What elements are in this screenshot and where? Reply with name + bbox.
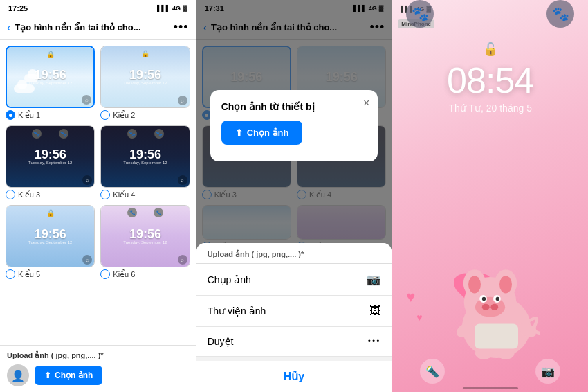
lock-icon-big: 🔓: [483, 42, 498, 57]
wallpaper-item-5[interactable]: 🔒 19:56 Tuesday, September 12 ⌕ Kiểu 5: [6, 205, 95, 279]
lock-screen-content: 🔓 08:54 Thứ Tư, 20 tháng 5 ♥ ♥: [392, 15, 588, 392]
browse-icon: •••: [368, 337, 381, 346]
thumb-date-6: Tuesday, September 12: [123, 240, 167, 244]
thumb-time-5: 19:56: [35, 228, 66, 240]
battery-1: ▓: [183, 5, 187, 12]
svg-point-12: [495, 297, 499, 301]
upload-label-1: Upload ảnh ( jpg, png,.... )*: [7, 351, 189, 360]
radio-circle-3[interactable]: [6, 190, 15, 199]
modal-box: Chọn ảnh từ thiết bị × ⬆ Chọn ảnh: [210, 90, 378, 161]
wallpaper-grid-section-1: 🔒 19:56 Tuesday, September 12 ⌕ Kiểu 1: [0, 40, 196, 345]
paw-ear-left-4: 🐾: [127, 129, 137, 139]
radio-label-1[interactable]: Kiểu 1: [6, 110, 40, 120]
flashlight-button[interactable]: 🔦: [420, 359, 445, 384]
wallpaper-thumb-5[interactable]: 🔒 19:56 Tuesday, September 12 ⌕: [6, 205, 95, 267]
camera-icon: 📷: [367, 273, 380, 286]
wallpaper-item-6[interactable]: 19:56 Tuesday, September 12 🐾 🐾 ⌕ Kiểu 6: [100, 205, 190, 279]
upload-row-1: 👤 ⬆ Chọn ảnh: [7, 364, 189, 386]
radio-circle-1[interactable]: [6, 110, 15, 120]
radio-label-4[interactable]: Kiểu 4: [100, 190, 135, 199]
thumb-time-2: 19:56: [129, 69, 161, 81]
wallpaper-thumb-6[interactable]: 19:56 Tuesday, September 12 🐾 🐾 ⌕: [100, 205, 190, 267]
wallpaper-thumb-4[interactable]: 19:56 Tuesday, September 12 🐾 🐾 ⌕: [100, 125, 190, 188]
action-item-chup-anh[interactable]: Chụp ảnh 📷: [196, 264, 392, 296]
heart-1: ♥: [406, 288, 422, 306]
cancel-button[interactable]: Hủy: [196, 361, 392, 392]
phone-panel-2: 17:31 ▌▌▌ 4G ▓ ‹ Tạo hình nền ẩn tai thỏ…: [196, 0, 393, 392]
library-icon: 🖼: [369, 305, 380, 317]
thumb-bg-3: 19:56 Tuesday, September 12 🐾 🐾: [6, 126, 94, 187]
svg-point-8: [490, 304, 498, 310]
thumb-bg-6: 19:56 Tuesday, September 12 🐾 🐾: [101, 206, 189, 267]
action-item-thu-vien[interactable]: Thư viện ảnh 🖼: [196, 296, 392, 327]
radio-circle-4[interactable]: [100, 190, 110, 199]
wallpaper-thumb-2[interactable]: 🔒 19:56 Tuesday, September 12 ⌕: [100, 46, 190, 108]
top-bar-1: ‹ Tạo hình nền ẩn tai thỏ cho... •••: [0, 15, 196, 40]
wallpaper-item-2[interactable]: 🔒 19:56 Tuesday, September 12 ⌕ Kiểu 2: [100, 46, 190, 120]
avatar-placeholder-1: 👤: [7, 364, 29, 386]
duyet-label: Duyệt: [208, 336, 234, 347]
kiểu-label-3: Kiểu 3: [18, 190, 40, 199]
upload-section-1: Upload ảnh ( jpg, png,.... )* 👤 ⬆ Chọn ả…: [0, 345, 196, 392]
action-sheet-title: Upload ảnh ( jpg, png,.... )*: [196, 243, 392, 264]
modal-overlay: Chọn ảnh từ thiết bị × ⬆ Chọn ảnh Upload…: [196, 0, 392, 392]
chon-anh-label-1: Chọn ảnh: [55, 371, 93, 380]
hearts-decoration: ♥ ♥: [406, 288, 422, 323]
cloud-2: [24, 74, 38, 82]
kiểu-label-4: Kiểu 4: [113, 190, 135, 199]
thumb-time-1: 19:56: [35, 69, 66, 81]
svg-point-11: [481, 297, 485, 301]
radio-label-2[interactable]: Kiểu 2: [100, 110, 135, 120]
kiểu-label-2: Kiểu 2: [113, 111, 135, 120]
flashlight-icon: 🔦: [425, 365, 439, 378]
lock-time: 08:54: [447, 60, 533, 101]
home-indicator-3: [463, 387, 518, 389]
paw-ears-6: 🐾 🐾: [127, 208, 163, 217]
radio-circle-2[interactable]: [100, 110, 110, 120]
radio-label-6[interactable]: Kiểu 6: [100, 269, 135, 279]
action-sheet: Upload ảnh ( jpg, png,.... )* Chụp ảnh 📷…: [196, 243, 392, 392]
svg-point-7: [481, 304, 489, 310]
pig-illustration: [432, 114, 549, 392]
radio-label-5[interactable]: Kiểu 5: [6, 269, 40, 279]
search-icon-4: ⌕: [178, 175, 187, 185]
lock-icon-2: 🔒: [141, 50, 149, 57]
phone-panel-1: 17:25 ▌▌▌ 4G ▓ ‹ Tạo hình nền ẩn tai thỏ…: [0, 0, 196, 392]
radio-circle-6[interactable]: [100, 269, 110, 279]
camera-icon-lock: 📷: [541, 365, 555, 378]
chup-anh-label: Chụp ảnh: [208, 274, 251, 285]
thumb-time-6: 19:56: [129, 228, 161, 240]
search-icon-2: ⌕: [178, 96, 187, 105]
phone-panel-3: MinaPhone ▌▌▌ 4G ▓ 🐾 🐾 🔓 08:54 Thứ Tư, 2…: [392, 0, 588, 392]
paw-ear-right-3: 🐾: [59, 129, 68, 139]
lock-icon-5: 🔒: [46, 209, 55, 217]
wallpaper-thumb-3[interactable]: 19:56 Tuesday, September 12 🐾 🐾 ⌕: [6, 125, 95, 188]
menu-dots-1[interactable]: •••: [174, 20, 189, 35]
back-button-1[interactable]: ‹: [7, 21, 10, 34]
time-1: 17:25: [8, 4, 28, 12]
network-1: 4G: [172, 5, 181, 12]
thumb-bg-1: 🔒 19:56 Tuesday, September 12: [7, 47, 93, 107]
wallpaper-item-4[interactable]: 19:56 Tuesday, September 12 🐾 🐾 ⌕ Kiểu 4: [100, 125, 190, 199]
modal-upload-icon: ⬆: [235, 127, 243, 138]
modal-chon-anh-button[interactable]: ⬆ Chọn ảnh: [221, 121, 303, 145]
paw-ear-right-4: 🐾: [154, 129, 164, 139]
wallpaper-item-3[interactable]: 19:56 Tuesday, September 12 🐾 🐾 ⌕ Kiểu 3: [6, 125, 95, 199]
modal-title: Chọn ảnh từ thiết bị: [221, 101, 367, 112]
kiểu-label-6: Kiểu 6: [113, 270, 135, 279]
radio-circle-5[interactable]: [6, 269, 15, 279]
action-item-duyet[interactable]: Duyệt •••: [196, 327, 392, 357]
thu-vien-label: Thư viện ảnh: [208, 305, 266, 317]
page-title-1: Tạo hình nền ẩn tai thỏ cho...: [15, 22, 169, 33]
thumb-date-5: Tuesday, September 12: [28, 240, 72, 244]
wallpaper-item-1[interactable]: 🔒 19:56 Tuesday, September 12 ⌕ Kiểu 1: [6, 46, 95, 120]
wallpaper-thumb-1[interactable]: 🔒 19:56 Tuesday, September 12 ⌕: [6, 46, 95, 108]
modal-close-button[interactable]: ×: [363, 97, 369, 109]
thumb-date-2: Tuesday, September 12: [123, 81, 167, 85]
chon-anh-button-1[interactable]: ⬆ Chọn ảnh: [35, 366, 102, 385]
lock-date: Thứ Tư, 20 tháng 5: [448, 103, 531, 114]
upload-icon-1: ⬆: [44, 371, 51, 380]
camera-button[interactable]: 📷: [535, 359, 560, 384]
radio-label-3[interactable]: Kiểu 3: [6, 190, 40, 199]
cloud-1: [14, 84, 35, 93]
